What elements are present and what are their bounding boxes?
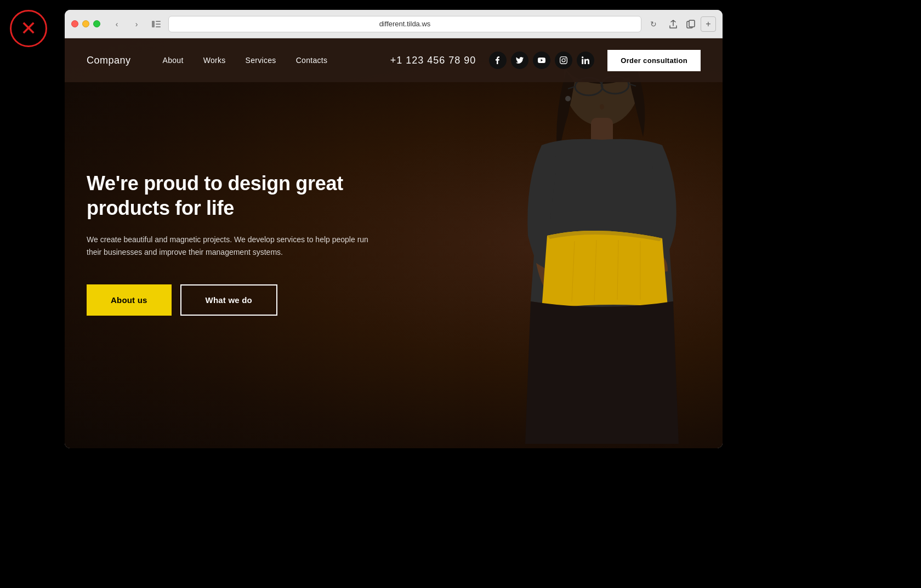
nav-links: About Works Services Contacts [153, 55, 338, 65]
hero-subtitle: We create beautiful and magnetic project… [87, 233, 372, 258]
back-button[interactable]: ‹ [109, 16, 124, 32]
nav-item-contacts[interactable]: Contacts [286, 55, 338, 65]
traffic-lights [71, 20, 100, 27]
new-tab-button[interactable]: + [701, 16, 716, 32]
svg-point-18 [565, 96, 571, 101]
about-us-button[interactable]: About us [87, 284, 172, 316]
site-logo: Company [87, 55, 131, 66]
hero-content: We're proud to design great products for… [65, 82, 416, 448]
reload-button[interactable]: ↻ [646, 16, 661, 32]
nav-item-about[interactable]: About [153, 55, 194, 65]
hero-buttons: About us What we do [87, 284, 394, 316]
svg-line-15 [601, 86, 602, 87]
order-consultation-button[interactable]: Order consultation [607, 50, 701, 71]
twitter-icon[interactable] [511, 52, 528, 69]
website-content: Company About Works Services Contacts [65, 38, 723, 448]
url-bar[interactable]: different.tilda.ws [168, 16, 641, 32]
share-button[interactable] [666, 16, 681, 32]
hero-person-image [487, 38, 695, 444]
svg-rect-2 [156, 24, 161, 25]
what-we-do-button[interactable]: What we do [180, 284, 277, 316]
nav-link-works[interactable]: Works [194, 56, 236, 65]
mac-chrome: ✕ ‹ › different.tilda.ws [0, 0, 921, 588]
sidebar-button[interactable] [149, 16, 164, 32]
nav-link-about[interactable]: About [153, 56, 194, 65]
svg-rect-0 [152, 21, 155, 27]
traffic-light-red[interactable] [71, 20, 78, 27]
toolbar-actions: + [666, 16, 716, 32]
nav-link-services[interactable]: Services [236, 56, 286, 65]
duplicate-button[interactable] [683, 16, 698, 32]
nav-item-services[interactable]: Services [236, 55, 286, 65]
nav-link-contacts[interactable]: Contacts [286, 56, 338, 65]
svg-rect-3 [156, 26, 161, 27]
instagram-icon[interactable] [555, 52, 572, 69]
svg-rect-1 [156, 21, 161, 22]
facebook-icon[interactable] [489, 52, 507, 69]
browser-toolbar: ‹ › different.tilda.ws ↻ [65, 10, 723, 38]
linkedin-icon[interactable] [577, 52, 594, 69]
url-text: different.tilda.ws [379, 20, 431, 28]
social-icons [489, 52, 594, 69]
site-navigation: Company About Works Services Contacts [65, 38, 723, 82]
traffic-light-green[interactable] [93, 20, 100, 27]
browser-window: ‹ › different.tilda.ws ↻ [65, 10, 723, 448]
hero-title: We're proud to design great products for… [87, 171, 394, 220]
svg-rect-5 [689, 20, 695, 27]
traffic-light-yellow[interactable] [82, 20, 89, 27]
svg-point-19 [600, 104, 604, 110]
forward-button[interactable]: › [129, 16, 144, 32]
error-close-icon[interactable]: ✕ [10, 10, 47, 47]
nav-item-works[interactable]: Works [194, 55, 236, 65]
youtube-icon[interactable] [533, 52, 550, 69]
phone-number: +1 123 456 78 90 [390, 55, 476, 66]
